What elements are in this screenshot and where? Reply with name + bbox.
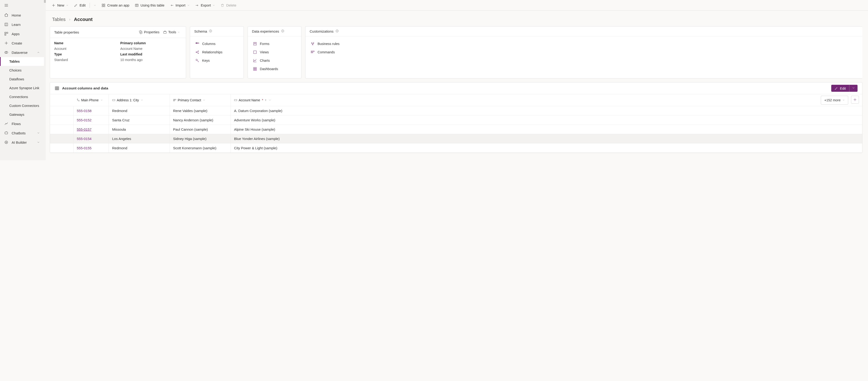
cell-contact[interactable]: Scott Konersmann (sample) — [169, 143, 230, 152]
prop-type-label: Type — [54, 52, 116, 56]
table-row[interactable]: 555-0157 Missoula Paul Cannon (sample) A… — [50, 125, 862, 134]
breadcrumb-parent[interactable]: Tables — [52, 17, 66, 22]
col-primary-contact[interactable]: Primary Contact — [169, 94, 230, 106]
table-row[interactable]: 555-0155 Redmond Scott Konersmann (sampl… — [50, 143, 862, 153]
chevron-down-icon — [842, 99, 845, 101]
cell-phone[interactable]: 555-0152 — [73, 116, 108, 125]
relationships-link[interactable]: Relationships — [194, 48, 239, 56]
home-icon — [4, 13, 8, 17]
hamburger-button[interactable] — [0, 0, 44, 10]
sidebar-item-learn[interactable]: Learn — [0, 20, 44, 29]
prop-type-value: Standard — [54, 58, 116, 62]
keys-link[interactable]: Keys — [194, 56, 239, 65]
import-button[interactable]: Import — [168, 2, 192, 9]
sidebar-item-synapse[interactable]: Azure Synapse Link — [0, 84, 44, 92]
svg-rect-49 — [255, 69, 257, 70]
svg-rect-63 — [113, 99, 115, 101]
table-row[interactable]: 555-0152 Santa Cruz Nancy Anderson (samp… — [50, 116, 862, 125]
data-panel-title: Account columns and data — [62, 86, 108, 90]
cell-contact[interactable]: Paul Cannon (sample) — [169, 125, 230, 134]
business-rules-link[interactable]: Business rules — [310, 39, 858, 48]
svg-rect-58 — [55, 87, 59, 90]
dashboards-link[interactable]: Dashboards — [252, 65, 297, 73]
more-columns-button[interactable]: +152 more — [821, 96, 848, 105]
using-table-button[interactable]: Using this table — [133, 2, 167, 9]
charts-link[interactable]: Charts — [252, 56, 297, 65]
views-link[interactable]: Views — [252, 48, 297, 56]
sidebar-item-flows[interactable]: Flows — [0, 119, 44, 128]
export-icon — [195, 3, 199, 7]
sidebar-item-create[interactable]: Create — [0, 38, 44, 48]
cell-city[interactable]: Redmond — [108, 106, 169, 115]
properties-button[interactable]: Properties — [137, 29, 161, 35]
sidebar-scrollbar[interactable] — [44, 0, 46, 160]
cell-phone[interactable]: 555-0154 — [73, 134, 108, 143]
sidebar-item-dataflows[interactable]: Dataflows — [0, 75, 44, 84]
sidebar-item-gateways[interactable]: Gateways — [0, 110, 44, 119]
sidebar-ai-label: AI Builder — [12, 140, 27, 144]
info-icon[interactable] — [209, 29, 212, 33]
forms-link[interactable]: Forms — [252, 39, 297, 48]
cell-contact[interactable]: Sidney Higa (sample) — [169, 134, 230, 143]
cell-phone[interactable]: 555-0158 — [73, 106, 108, 115]
sidebar-item-choices[interactable]: Choices — [0, 66, 44, 75]
sidebar-item-connections[interactable]: Connections — [0, 92, 44, 101]
add-column-button[interactable] — [851, 96, 859, 104]
edit-data-button[interactable]: Edit — [831, 85, 858, 92]
sidebar-item-chatbots[interactable]: Chatbots — [0, 128, 44, 138]
plus-icon — [52, 3, 55, 7]
sidebar-gateways-label: Gateways — [9, 113, 24, 116]
edit-button[interactable]: Edit — [72, 2, 88, 9]
cell-account[interactable]: Blue Yonder Airlines (sample) — [230, 134, 862, 143]
table-row[interactable]: 555-0158 Redmond Rene Valdes (sample) A.… — [50, 106, 862, 116]
tools-button[interactable]: Tools — [161, 29, 182, 35]
cell-contact[interactable]: Nancy Anderson (sample) — [169, 116, 230, 125]
table-row[interactable]: 555-0154 Los Angeles Sidney Higa (sample… — [50, 134, 862, 143]
cell-account[interactable]: City Power & Light (sample) — [230, 143, 862, 152]
book-icon — [4, 22, 8, 27]
left-sidebar: Home Learn Apps Create Dataverse Tables … — [0, 0, 44, 160]
sidebar-item-apps[interactable]: Apps — [0, 29, 44, 38]
dashboard-icon — [253, 67, 257, 71]
dashboards-label: Dashboards — [260, 67, 278, 71]
cell-city[interactable]: Redmond — [108, 143, 169, 152]
info-icon[interactable] — [336, 29, 339, 33]
cell-phone[interactable]: 555-0155 — [73, 143, 108, 152]
prop-mod-label: Last modified — [120, 52, 182, 56]
cell-account[interactable]: Adventure Works (sample) — [230, 116, 862, 125]
col-phone-label: Main Phone — [81, 98, 99, 102]
chevron-down-icon — [178, 31, 180, 33]
top-toolbar: New Edit Create an app Using this table … — [44, 0, 868, 11]
edit-data-label: Edit — [840, 86, 846, 90]
cust-card-title: Customizations — [310, 29, 334, 33]
prop-primary-value: Account Name — [120, 47, 182, 51]
edit-split-button[interactable] — [91, 3, 98, 8]
cell-account[interactable]: Alpine Ski House (sample) — [230, 125, 862, 134]
sidebar-item-tables[interactable]: Tables — [0, 57, 44, 66]
sidebar-item-ai-builder[interactable]: AI Builder — [0, 138, 44, 147]
new-button[interactable]: New — [49, 2, 71, 9]
col-main-phone[interactable]: Main Phone — [73, 94, 108, 106]
create-app-button[interactable]: Create an app — [99, 2, 132, 9]
svg-line-38 — [198, 61, 199, 61]
col-city[interactable]: Address 1: City — [108, 94, 169, 106]
sidebar-item-home[interactable]: Home — [0, 10, 44, 20]
sidebar-item-custom-connectors[interactable]: Custom Connectors — [0, 101, 44, 110]
cell-contact[interactable]: Rene Valdes (sample) — [169, 106, 230, 115]
columns-link[interactable]: Abc Columns — [194, 39, 239, 48]
sidebar-item-dataverse[interactable]: Dataverse — [0, 48, 44, 57]
export-button[interactable]: Export — [193, 2, 217, 9]
cell-city[interactable]: Santa Cruz — [108, 116, 169, 125]
charts-label: Charts — [260, 59, 270, 62]
edit-label: Edit — [80, 3, 86, 7]
cell-city[interactable]: Missoula — [108, 125, 169, 134]
cell-city[interactable]: Los Angeles — [108, 134, 169, 143]
col-account-name[interactable]: Account Name * — [230, 94, 821, 106]
cell-phone[interactable]: 555-0157 — [73, 125, 108, 134]
create-app-label: Create an app — [107, 3, 129, 7]
cell-account[interactable]: A. Datum Corporation (sample) — [230, 106, 862, 115]
info-icon[interactable] — [281, 29, 284, 33]
breadcrumb: Tables Account — [44, 11, 868, 26]
edit-data-split[interactable] — [849, 85, 858, 92]
commands-link[interactable]: Commands — [310, 48, 858, 56]
